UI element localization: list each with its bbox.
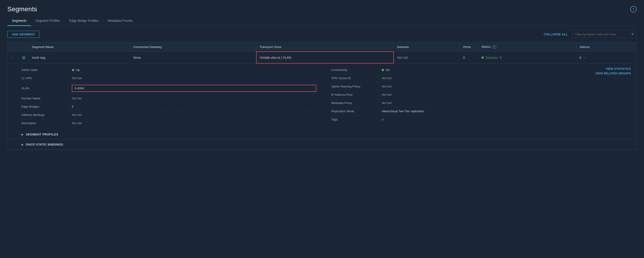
collapse-all-button[interactable]: COLLAPSE ALL: [544, 32, 568, 36]
status-dot: [482, 56, 484, 59]
field-domain-name: Domain Name Not Set: [21, 94, 316, 102]
ports-cell: 0: [460, 52, 478, 63]
tab-metadata-proxies[interactable]: Metadata Proxies: [103, 16, 137, 26]
row-kebab-icon[interactable]: ⋮: [11, 55, 14, 60]
add-segment-button[interactable]: ADD SEGMENT: [7, 31, 40, 38]
dhcp-bindings-expand-icon: ▶: [21, 143, 24, 146]
detail-left: Admin State Up L2 VPN Not Set: [8, 64, 322, 130]
view-related-groups-link[interactable]: VIEW RELATED GROUPS: [595, 72, 631, 75]
table-row: ⋮ ⌄ ⊞ trunk-seg None rhmlab-vlan-tz | VL…: [8, 52, 637, 63]
detail-right: VIEW STATISTICS VIEW RELATED GROUPS Conn…: [322, 64, 636, 130]
field-vpn-tunnel-id: VPN Tunnel ID Not Set: [331, 74, 631, 82]
vlan-box: 0-4094: [72, 85, 316, 92]
view-statistics-link[interactable]: VIEW STATISTICS: [595, 67, 631, 70]
refresh-icon[interactable]: ↻: [500, 56, 502, 60]
col-status: Status i: [478, 42, 576, 52]
status-info-icon[interactable]: i: [492, 45, 496, 49]
tab-segments[interactable]: Segments: [7, 16, 31, 26]
field-admin-state: Admin State Up: [21, 66, 316, 74]
col-ports: Ports: [460, 42, 478, 52]
segments-table: Segment Name Connected Gateway Transport…: [7, 42, 637, 150]
field-ip-address-pool: IP Address Pool Not Set: [331, 91, 631, 99]
field-tags: Tags 0: [331, 116, 631, 124]
alarms-cell: 0 —: [576, 52, 637, 63]
row-expand-icon[interactable]: ⌄: [17, 55, 20, 60]
connectivity-value: On: [382, 68, 631, 72]
segment-profiles-expand-icon: ▶: [21, 133, 24, 136]
col-connected-gateway: Connected Gateway: [130, 42, 256, 52]
admin-state-dot: [72, 69, 74, 71]
detail-cell: Admin State Up L2 VPN Not Set: [8, 63, 637, 150]
transport-zone-cell: rhmlab-vlan-tz | VLAN: [256, 52, 394, 63]
status-cell: Success ↻: [478, 52, 576, 63]
filter-lines-icon: ≡: [632, 32, 634, 36]
subnets-cell: Not Set: [394, 52, 460, 63]
side-links: VIEW STATISTICS VIEW RELATED GROUPS: [595, 67, 631, 75]
field-uplink-teaming: Uplink Teaming Policy Not Set: [331, 82, 631, 91]
tab-edge-bridge-profiles[interactable]: Edge Bridge Profiles: [65, 16, 103, 26]
connectivity-dot: [382, 69, 384, 71]
tab-segment-profiles[interactable]: Segment Profiles: [31, 16, 65, 26]
col-actions: [8, 42, 29, 52]
table-header: Segment Name Connected Gateway Transport…: [8, 42, 637, 52]
filter-input[interactable]: [576, 32, 630, 36]
row-actions-cell: ⋮ ⌄ ⊞: [8, 52, 29, 63]
page-container: Segments ? Segments Segment Profiles Edg…: [0, 0, 644, 150]
detail-row: Admin State Up L2 VPN Not Set: [8, 63, 637, 150]
field-address-bindings: Address Bindings Not Set: [21, 111, 316, 119]
row-actions: ⋮ ⌄ ⊞: [11, 55, 26, 60]
connected-gateway-cell: None: [130, 52, 256, 63]
field-edge-bridges: Edge Bridges 0: [21, 102, 316, 111]
field-metadata-proxy: Metadata Proxy Not Set: [331, 99, 631, 107]
col-segment-name: Segment Name: [29, 42, 130, 52]
segment-profiles-section[interactable]: ▶ SEGMENT PROFILES: [8, 130, 636, 140]
col-transport-zone: Transport Zone: [256, 42, 394, 52]
help-icon[interactable]: ?: [630, 6, 637, 12]
status-display: Success ↻: [482, 56, 573, 60]
page-header: Segments ?: [7, 6, 637, 13]
field-description: Description Not Set: [21, 119, 316, 127]
admin-state-value: Up: [72, 68, 316, 72]
field-replication-mode: Replication Mode Hierarchical Two-Tier r…: [331, 107, 631, 116]
toolbar-right: COLLAPSE ALL ≡: [544, 30, 637, 38]
field-vlan: VLAN 0-4094: [21, 82, 316, 94]
field-connectivity: Connectivity On: [331, 66, 631, 74]
dhcp-static-bindings-section[interactable]: ▶ DHCP STATIC BINDINGS: [8, 140, 636, 150]
col-alarms: Alarms: [576, 42, 637, 52]
field-l2vpn: L2 VPN Not Set: [21, 74, 316, 82]
filter-box: ≡: [572, 30, 637, 38]
segment-name-cell: trunk-seg: [29, 52, 130, 63]
row-topology-icon[interactable]: ⊞: [22, 55, 26, 60]
table-body: ⋮ ⌄ ⊞ trunk-seg None rhmlab-vlan-tz | VL…: [8, 52, 637, 150]
page-title: Segments: [7, 6, 37, 13]
tabs-bar: Segments Segment Profiles Edge Bridge Pr…: [7, 16, 637, 26]
toolbar: ADD SEGMENT COLLAPSE ALL ≡: [7, 30, 637, 38]
detail-content: Admin State Up L2 VPN Not Set: [8, 64, 636, 130]
col-subnets: Subnets: [394, 42, 460, 52]
